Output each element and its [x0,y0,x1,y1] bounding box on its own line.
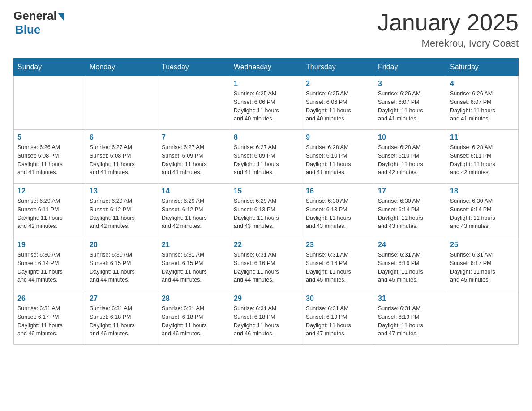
calendar-cell: 24Sunrise: 6:31 AM Sunset: 6:16 PM Dayli… [374,237,446,291]
header-wednesday: Wednesday [230,59,302,76]
calendar-cell: 29Sunrise: 6:31 AM Sunset: 6:18 PM Dayli… [230,291,302,345]
calendar-cell: 25Sunrise: 6:31 AM Sunset: 6:17 PM Dayli… [446,237,519,291]
day-info: Sunrise: 6:31 AM Sunset: 6:18 PM Dayligh… [90,304,154,338]
day-info: Sunrise: 6:27 AM Sunset: 6:09 PM Dayligh… [234,143,298,177]
calendar-cell: 20Sunrise: 6:30 AM Sunset: 6:15 PM Dayli… [86,237,158,291]
day-info: Sunrise: 6:31 AM Sunset: 6:16 PM Dayligh… [378,251,442,284]
day-number: 3 [378,80,442,88]
day-info: Sunrise: 6:27 AM Sunset: 6:09 PM Dayligh… [162,143,226,177]
calendar-cell: 17Sunrise: 6:30 AM Sunset: 6:14 PM Dayli… [374,184,446,237]
header-monday: Monday [86,59,158,76]
title-section: January 2025 Merekrou, Ivory Coast [378,9,519,49]
calendar-cell: 1Sunrise: 6:25 AM Sunset: 6:06 PM Daylig… [230,76,302,130]
logo-blue: Blue [15,23,40,37]
day-info: Sunrise: 6:26 AM Sunset: 6:07 PM Dayligh… [378,90,442,123]
day-info: Sunrise: 6:25 AM Sunset: 6:06 PM Dayligh… [306,90,370,123]
calendar-cell: 21Sunrise: 6:31 AM Sunset: 6:15 PM Dayli… [158,237,230,291]
day-number: 7 [162,133,226,141]
calendar-cell [14,76,86,130]
day-number: 28 [162,295,226,303]
day-number: 27 [90,295,154,303]
calendar-cell: 18Sunrise: 6:30 AM Sunset: 6:14 PM Dayli… [446,184,519,237]
day-info: Sunrise: 6:31 AM Sunset: 6:15 PM Dayligh… [162,251,226,284]
week-row-1: 1Sunrise: 6:25 AM Sunset: 6:06 PM Daylig… [14,76,519,130]
calendar-cell: 23Sunrise: 6:31 AM Sunset: 6:16 PM Dayli… [302,237,374,291]
day-info: Sunrise: 6:30 AM Sunset: 6:15 PM Dayligh… [90,251,154,284]
calendar-cell: 6Sunrise: 6:27 AM Sunset: 6:08 PM Daylig… [86,130,158,184]
day-number: 30 [306,295,370,303]
calendar-cell: 5Sunrise: 6:26 AM Sunset: 6:08 PM Daylig… [14,130,86,184]
calendar-cell: 19Sunrise: 6:30 AM Sunset: 6:14 PM Dayli… [14,237,86,291]
logo: General Blue [13,9,64,37]
header-thursday: Thursday [302,59,374,76]
day-number: 15 [234,187,298,195]
calendar-cell: 16Sunrise: 6:30 AM Sunset: 6:13 PM Dayli… [302,184,374,237]
day-number: 21 [162,241,226,249]
day-number: 5 [17,133,82,141]
calendar-cell: 12Sunrise: 6:29 AM Sunset: 6:11 PM Dayli… [14,184,86,237]
day-info: Sunrise: 6:27 AM Sunset: 6:08 PM Dayligh… [90,143,154,177]
day-number: 9 [306,133,370,141]
calendar-body: 1Sunrise: 6:25 AM Sunset: 6:06 PM Daylig… [14,76,519,345]
calendar-cell [158,76,230,130]
calendar-table: SundayMondayTuesdayWednesdayThursdayFrid… [13,58,519,345]
day-info: Sunrise: 6:31 AM Sunset: 6:16 PM Dayligh… [234,251,298,284]
day-info: Sunrise: 6:29 AM Sunset: 6:13 PM Dayligh… [234,197,298,231]
day-number: 8 [234,133,298,141]
calendar-cell: 26Sunrise: 6:31 AM Sunset: 6:17 PM Dayli… [14,291,86,345]
day-info: Sunrise: 6:29 AM Sunset: 6:11 PM Dayligh… [17,197,82,231]
calendar-cell: 28Sunrise: 6:31 AM Sunset: 6:18 PM Dayli… [158,291,230,345]
week-row-4: 19Sunrise: 6:30 AM Sunset: 6:14 PM Dayli… [14,237,519,291]
calendar-cell: 14Sunrise: 6:29 AM Sunset: 6:12 PM Dayli… [158,184,230,237]
calendar-cell: 30Sunrise: 6:31 AM Sunset: 6:19 PM Dayli… [302,291,374,345]
day-number: 20 [90,241,154,249]
day-number: 12 [17,187,82,195]
day-number: 29 [234,295,298,303]
day-info: Sunrise: 6:31 AM Sunset: 6:17 PM Dayligh… [450,251,515,284]
calendar-subtitle: Merekrou, Ivory Coast [378,38,519,49]
day-number: 31 [378,295,442,303]
week-row-3: 12Sunrise: 6:29 AM Sunset: 6:11 PM Dayli… [14,184,519,237]
calendar-cell: 11Sunrise: 6:28 AM Sunset: 6:11 PM Dayli… [446,130,519,184]
calendar-cell: 22Sunrise: 6:31 AM Sunset: 6:16 PM Dayli… [230,237,302,291]
header-tuesday: Tuesday [158,59,230,76]
calendar-cell: 27Sunrise: 6:31 AM Sunset: 6:18 PM Dayli… [86,291,158,345]
day-info: Sunrise: 6:29 AM Sunset: 6:12 PM Dayligh… [162,197,226,231]
calendar-cell: 13Sunrise: 6:29 AM Sunset: 6:12 PM Dayli… [86,184,158,237]
day-number: 2 [306,80,370,88]
day-info: Sunrise: 6:31 AM Sunset: 6:19 PM Dayligh… [378,304,442,338]
day-info: Sunrise: 6:28 AM Sunset: 6:10 PM Dayligh… [306,143,370,177]
logo-general: General [13,9,57,23]
day-number: 13 [90,187,154,195]
page-header: General Blue January 2025 Merekrou, Ivor… [13,9,519,49]
day-info: Sunrise: 6:31 AM Sunset: 6:16 PM Dayligh… [306,251,370,284]
day-info: Sunrise: 6:25 AM Sunset: 6:06 PM Dayligh… [234,90,298,123]
day-info: Sunrise: 6:30 AM Sunset: 6:14 PM Dayligh… [378,197,442,231]
calendar-cell [446,291,519,345]
day-number: 11 [450,133,515,141]
calendar-cell: 2Sunrise: 6:25 AM Sunset: 6:06 PM Daylig… [302,76,374,130]
calendar-cell: 9Sunrise: 6:28 AM Sunset: 6:10 PM Daylig… [302,130,374,184]
week-row-5: 26Sunrise: 6:31 AM Sunset: 6:17 PM Dayli… [14,291,519,345]
calendar-cell: 8Sunrise: 6:27 AM Sunset: 6:09 PM Daylig… [230,130,302,184]
day-number: 16 [306,187,370,195]
header-friday: Friday [374,59,446,76]
calendar-cell: 31Sunrise: 6:31 AM Sunset: 6:19 PM Dayli… [374,291,446,345]
day-number: 10 [378,133,442,141]
day-info: Sunrise: 6:31 AM Sunset: 6:17 PM Dayligh… [17,304,82,338]
header-sunday: Sunday [14,59,86,76]
day-number: 26 [17,295,82,303]
calendar-header: SundayMondayTuesdayWednesdayThursdayFrid… [14,59,519,76]
logo-arrow-icon [58,13,64,21]
calendar-cell [86,76,158,130]
day-number: 17 [378,187,442,195]
header-row: SundayMondayTuesdayWednesdayThursdayFrid… [14,59,519,76]
calendar-cell: 7Sunrise: 6:27 AM Sunset: 6:09 PM Daylig… [158,130,230,184]
day-number: 1 [234,80,298,88]
day-info: Sunrise: 6:31 AM Sunset: 6:18 PM Dayligh… [234,304,298,338]
day-info: Sunrise: 6:26 AM Sunset: 6:07 PM Dayligh… [450,90,515,123]
week-row-2: 5Sunrise: 6:26 AM Sunset: 6:08 PM Daylig… [14,130,519,184]
day-number: 22 [234,241,298,249]
day-info: Sunrise: 6:29 AM Sunset: 6:12 PM Dayligh… [90,197,154,231]
day-info: Sunrise: 6:31 AM Sunset: 6:18 PM Dayligh… [162,304,226,338]
